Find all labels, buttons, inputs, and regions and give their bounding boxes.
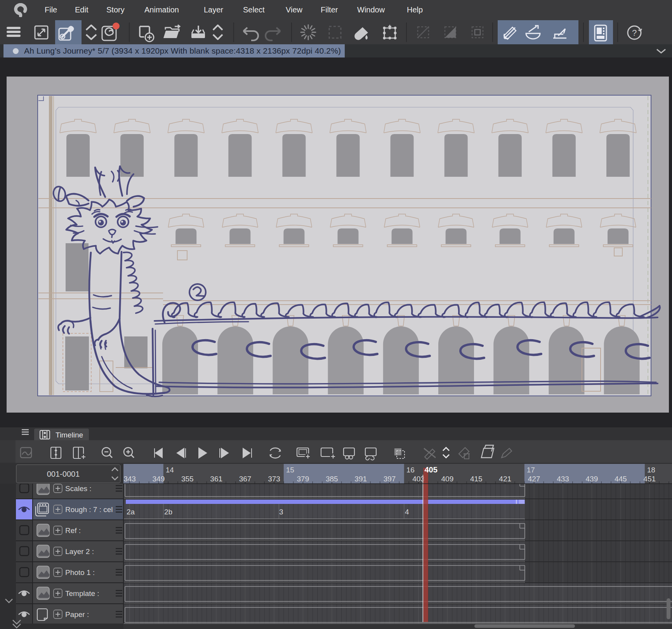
svg-text:415: 415 bbox=[470, 475, 483, 483]
svg-text:16: 16 bbox=[406, 466, 415, 474]
svg-text:451: 451 bbox=[643, 475, 656, 483]
svg-text:14: 14 bbox=[166, 466, 174, 474]
svg-text:17: 17 bbox=[527, 466, 535, 474]
svg-text:385: 385 bbox=[326, 475, 338, 483]
svg-text:361: 361 bbox=[210, 475, 222, 483]
svg-text:2b: 2b bbox=[164, 508, 172, 516]
svg-text:15: 15 bbox=[286, 466, 294, 474]
svg-text:433: 433 bbox=[557, 475, 569, 483]
svg-text:355: 355 bbox=[181, 475, 194, 483]
svg-text:001-0001: 001-0001 bbox=[47, 470, 80, 478]
svg-text:4: 4 bbox=[405, 508, 409, 516]
svg-text:391: 391 bbox=[354, 475, 367, 483]
svg-text:421: 421 bbox=[499, 475, 511, 483]
svg-text:Timeline: Timeline bbox=[56, 431, 83, 439]
svg-text:Paper :: Paper : bbox=[65, 610, 89, 619]
svg-text:Ref :: Ref : bbox=[65, 526, 81, 535]
svg-text:343: 343 bbox=[123, 475, 136, 483]
svg-text:349: 349 bbox=[153, 475, 165, 483]
svg-text:?: ? bbox=[632, 28, 637, 38]
svg-text:397: 397 bbox=[384, 475, 396, 483]
svg-text:3: 3 bbox=[279, 508, 283, 516]
svg-text:Rough : 7 : cel: Rough : 7 : cel bbox=[65, 505, 113, 514]
svg-text:Layer 2 :: Layer 2 : bbox=[65, 547, 94, 556]
svg-text:2a: 2a bbox=[127, 508, 135, 516]
svg-text:367: 367 bbox=[239, 475, 252, 483]
svg-text:379: 379 bbox=[297, 475, 309, 483]
svg-text:445: 445 bbox=[615, 475, 627, 483]
svg-text:18: 18 bbox=[647, 466, 655, 474]
svg-text:405: 405 bbox=[424, 465, 437, 474]
svg-text:409: 409 bbox=[441, 475, 454, 483]
svg-text:439: 439 bbox=[586, 475, 598, 483]
svg-text:Photo 1 :: Photo 1 : bbox=[65, 568, 95, 577]
svg-text:Scales :: Scales : bbox=[65, 484, 92, 493]
svg-text:373: 373 bbox=[268, 475, 280, 483]
svg-text:Template :: Template : bbox=[65, 589, 99, 598]
svg-text:427: 427 bbox=[528, 475, 540, 483]
